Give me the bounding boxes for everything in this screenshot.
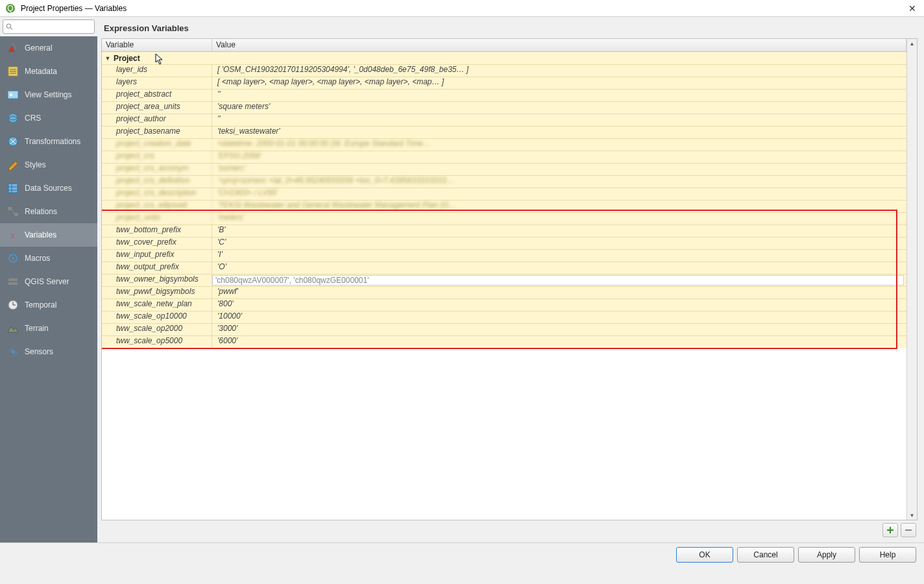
group-row-project[interactable]: ▼ Project (102, 52, 906, 64)
variable-row[interactable]: project_units'meters' (102, 212, 906, 225)
svg-rect-23 (8, 282, 18, 285)
variable-name: project_creation_date (102, 139, 212, 151)
variable-value: <datetime: 2000-01-01 00:00:00 (W. Europ… (212, 139, 906, 151)
variable-name: tww_output_prefix (102, 262, 212, 274)
apply-button[interactable]: Apply (798, 547, 855, 563)
sidebar-item-view-settings[interactable]: View Settings (0, 83, 97, 106)
scroll-down-icon[interactable]: ▼ (907, 511, 917, 520)
variable-row[interactable]: project_abstract'' (102, 89, 906, 101)
sidebar-items: GeneralMetadataView SettingsCRSTransform… (0, 36, 97, 542)
sidebar-item-transformations[interactable]: Transformations (0, 130, 97, 153)
sidebar-item-general[interactable]: General (0, 36, 97, 60)
sidebar-item-label: QGIS Server (25, 277, 69, 286)
add-variable-button[interactable] (882, 523, 898, 537)
remove-variable-button[interactable] (901, 523, 916, 537)
variable-row[interactable]: project_crs'EPSG:2056' (102, 151, 906, 163)
sidebar-item-crs[interactable]: CRS (0, 106, 97, 130)
minus-icon (904, 526, 913, 535)
variable-name: tww_pwwf_bigsymbols (102, 287, 212, 298)
variable-row[interactable]: tww_bottom_prefix'B' (102, 225, 906, 237)
variable-row[interactable]: tww_scale_op5000'6000' (102, 335, 906, 348)
svg-point-2 (6, 24, 10, 28)
main-panel: Expression Variables Variable Value ▼ Pr… (97, 17, 924, 542)
search-icon (6, 23, 13, 30)
vertical-scrollbar[interactable]: ▲ ▼ (906, 39, 917, 520)
variable-name: project_basename (102, 127, 212, 138)
sidebar-item-label: General (25, 43, 53, 53)
search-box[interactable] (3, 19, 95, 34)
variable-row[interactable]: project_creation_date<datetime: 2000-01-… (102, 138, 906, 151)
svg-line-18 (12, 208, 14, 214)
variable-row[interactable]: tww_scale_netw_plan'800' (102, 298, 906, 311)
variable-value[interactable]: 'ch080qwzAV000007', 'ch080qwzGE000001' (212, 275, 904, 286)
sidebar-item-relations[interactable]: Relations (0, 200, 97, 223)
variable-value: '+proj=somerc +lat_0=46.95240555556 +lon… (212, 176, 906, 188)
window-close-button[interactable]: ✕ (905, 3, 920, 14)
variable-value: 'C' (212, 237, 906, 249)
sidebar-item-temporal[interactable]: Temporal (0, 293, 97, 317)
collapse-icon[interactable]: ▼ (102, 55, 114, 62)
terrain-icon (6, 322, 19, 335)
content-area: GeneralMetadataView SettingsCRSTransform… (0, 17, 924, 542)
variable-value: 'B' (212, 225, 906, 237)
variables-icon: ε (6, 228, 19, 241)
col-value[interactable]: Value (212, 39, 906, 51)
variable-row[interactable]: project_area_units'square meters' (102, 101, 906, 114)
view-settings-icon (6, 88, 19, 101)
sidebar-item-styles[interactable]: Styles (0, 153, 97, 176)
sidebar-item-macros[interactable]: Macros (0, 247, 97, 270)
sidebar-item-label: Styles (25, 160, 46, 169)
general-icon (6, 42, 19, 55)
variable-row[interactable]: tww_output_prefix'O' (102, 262, 906, 274)
variable-row[interactable]: project_crs_acronym'somerc' (102, 163, 906, 175)
app-icon: Q (4, 2, 17, 15)
sidebar-item-variables[interactable]: εVariables (0, 223, 97, 247)
svg-point-10 (8, 114, 18, 123)
variable-row[interactable]: project_crs_description'CH1903+ / LV95' (102, 188, 906, 200)
sidebar-item-terrain[interactable]: Terrain (0, 317, 97, 340)
table-rows: ▼ Project layer_ids[ 'OSM_CH190320170119… (102, 52, 906, 520)
variable-value: '800' (212, 299, 906, 311)
variable-row[interactable]: project_author'' (102, 114, 906, 126)
sidebar-item-sensors[interactable]: Sensors (0, 340, 97, 363)
variable-name: layers (102, 77, 212, 89)
variable-row[interactable]: tww_input_prefix'I' (102, 249, 906, 262)
cancel-button[interactable]: Cancel (737, 547, 794, 563)
variable-value: 'TEKSI Wastewater and General Wastewater… (212, 201, 906, 212)
svg-rect-29 (887, 529, 894, 531)
search-input[interactable] (16, 22, 91, 31)
variable-value: 'somerc' (212, 164, 906, 175)
variable-row[interactable]: layers[ <map layer>, <map layer>, <map l… (102, 77, 906, 89)
variable-row[interactable]: tww_scale_op2000'3000' (102, 323, 906, 335)
variable-name: tww_bottom_prefix (102, 225, 212, 237)
variable-row[interactable]: project_crs_ellipsoid'TEKSI Wastewater a… (102, 200, 906, 212)
sidebar-item-label: Variables (25, 230, 56, 239)
sidebar-item-qgis-server[interactable]: QGIS Server (0, 270, 97, 293)
variable-row[interactable]: tww_cover_prefix'C' (102, 237, 906, 249)
variable-row[interactable]: tww_owner_bigsymbols'ch080qwzAV000007', … (102, 274, 906, 286)
variable-row[interactable]: tww_pwwf_bigsymbols'pwwf' (102, 286, 906, 298)
sidebar-item-metadata[interactable]: Metadata (0, 60, 97, 83)
variable-row[interactable]: layer_ids[ 'OSM_CH190320170119205304994'… (102, 64, 906, 77)
variable-name: project_crs_ellipsoid (102, 201, 212, 212)
transformations-icon (6, 135, 19, 148)
styles-icon (6, 158, 19, 171)
svg-rect-22 (8, 278, 18, 281)
scroll-up-icon[interactable]: ▲ (907, 39, 917, 48)
ok-button[interactable]: OK (676, 547, 733, 563)
variable-row[interactable]: project_crs_definition'+proj=somerc +lat… (102, 175, 906, 188)
table-toolbar (101, 520, 918, 539)
help-button[interactable]: Help (859, 547, 916, 563)
plus-icon (886, 526, 895, 535)
col-variable[interactable]: Variable (102, 39, 212, 51)
scroll-thumb-area[interactable] (907, 48, 917, 511)
variable-row[interactable]: tww_scale_op10000'10000' (102, 311, 906, 323)
svg-rect-17 (14, 213, 18, 216)
variable-name: project_abstract (102, 90, 212, 101)
variable-value: 'teksi_wastewater' (212, 127, 906, 138)
variable-name: tww_owner_bigsymbols (102, 274, 212, 286)
variable-row[interactable]: project_basename'teksi_wastewater' (102, 126, 906, 138)
sidebar-item-data-sources[interactable]: Data Sources (0, 176, 97, 200)
svg-rect-16 (8, 207, 12, 210)
variable-value: 'CH1903+ / LV95' (212, 188, 906, 200)
